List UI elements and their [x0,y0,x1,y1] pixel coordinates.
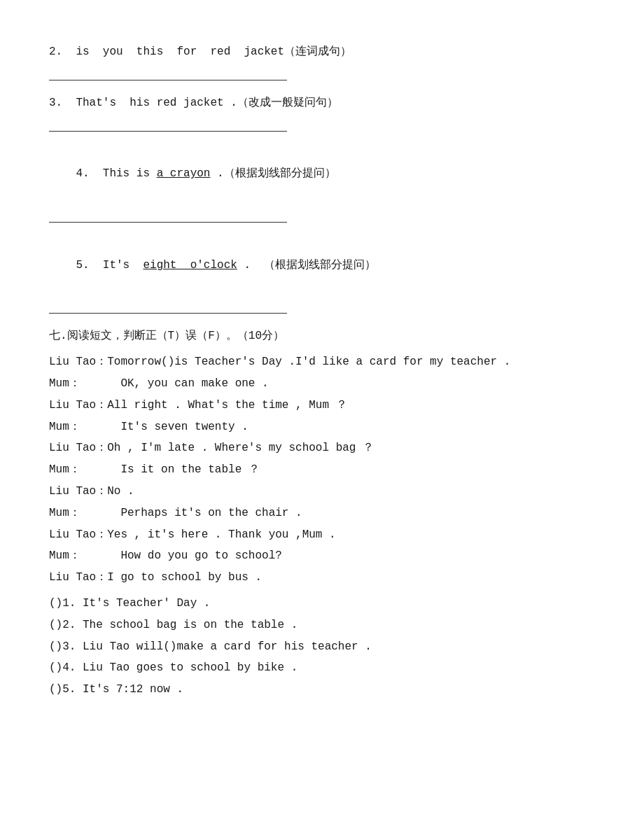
dialogue-7: Mum： Perhaps it's on the chair . [49,503,595,524]
judgment-3: ()3. Liu Tao will()make a card for his t… [49,637,595,657]
dialogue-5: Mum： Is it on the table ？ [49,460,595,480]
question-5: 5. It's eight o'clock . （根据划线部分提问） [49,235,595,314]
question-2: 2. is you this for red jacket（连词成句） [49,42,595,80]
question-4-underlined: a crayon [157,167,211,180]
dialogue-2: Liu Tao：All right . What's the time , Mu… [49,395,595,416]
dialogue-block: Liu Tao：Tomorrow()is Teacher's Day .I'd … [49,352,595,588]
dialogue-3: Mum： It's seven twenty . [49,417,595,437]
question-4-text: 4. This is a crayon .（根据划线部分提问） [49,144,595,204]
question-5-text: 5. It's eight o'clock . （根据划线部分提问） [49,235,595,295]
question-3-answer-line [49,116,287,132]
judgment-4: ()4. Liu Tao goes to school by bike . [49,658,595,678]
question-4-before: 4. This is [76,167,156,180]
question-3: 3. That's his red jacket .（改成一般疑问句） [49,93,595,132]
dialogue-0: Liu Tao：Tomorrow()is Teacher's Day .I'd … [49,352,595,372]
dialogue-8: Liu Tao：Yes , it's here . Thank you ,Mum… [49,525,595,545]
section-seven-header: 七.阅读短文，判断正（T）误（F）。（10分） [49,326,595,346]
question-2-answer-line [49,65,287,80]
dialogue-10: Liu Tao：I go to school by bus . [49,568,595,588]
question-2-text: 2. is you this for red jacket（连词成句） [49,42,595,62]
question-5-before: 5. It's [76,259,143,272]
question-4-answer-line [49,207,287,223]
judgment-5: ()5. It's 7:12 now . [49,680,595,700]
question-4-after: .（根据划线部分提问） [210,167,335,180]
question-5-after: . （根据划线部分提问） [237,259,376,272]
section-seven-title: 七.阅读短文，判断正（T）误（F）。（10分） [49,330,284,342]
judgment-2: ()2. The school bag is on the table . [49,615,595,636]
dialogue-9: Mum： How do you go to school? [49,546,595,566]
dialogue-4: Liu Tao：Oh , I'm late . Where's my schoo… [49,438,595,458]
judgment-block: ()1. It's Teacher' Day . ()2. The school… [49,594,595,700]
question-4: 4. This is a crayon .（根据划线部分提问） [49,144,595,223]
dialogue-6: Liu Tao：No . [49,482,595,502]
judgment-1: ()1. It's Teacher' Day . [49,594,595,614]
question-5-underlined: eight o'clock [143,259,237,272]
dialogue-1: Mum： OK, you can make one . [49,374,595,394]
question-3-text: 3. That's his red jacket .（改成一般疑问句） [49,93,595,113]
question-5-answer-line [49,298,287,314]
